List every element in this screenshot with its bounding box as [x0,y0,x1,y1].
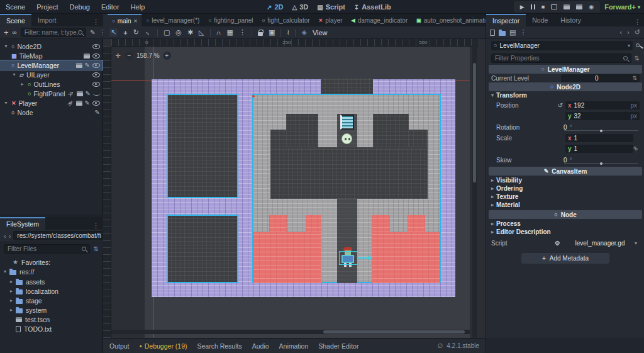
nav-forward-icon[interactable]: › [9,232,11,240]
resource-menu-icon[interactable]: ⋮ [519,28,526,36]
fs-row-testtscn[interactable]: test.tscn [0,315,103,324]
view-menu-button[interactable]: View [313,29,328,36]
tab-history[interactable]: History [554,14,587,26]
load-resource-icon[interactable] [499,31,506,36]
add-metadata-button[interactable]: + Add Metadata [521,253,609,264]
bottom-tab-animation[interactable]: Animation [279,342,309,350]
category-node[interactable]: ○ Node [489,210,642,219]
fs-row-res[interactable]: ▾ res:// [0,267,103,276]
section-visibility[interactable]: ▸ Visibility [486,176,644,184]
horizontal-scrollbar[interactable] [111,330,470,334]
tree-row-tilemap[interactable]: ▦ TileMap [0,51,103,60]
property-options-icon[interactable]: ⇅ [635,55,640,62]
section-texture[interactable]: ▸ Texture [486,193,644,201]
fs-row-todotxt[interactable]: TODO.txt [0,324,103,333]
grid-snap-icon[interactable]: ▦ [226,28,233,36]
stop-button[interactable]: ■ [541,4,545,10]
smart-snap-icon[interactable]: ∩ [216,29,221,36]
filter-properties-input[interactable]: Filter Properties [491,53,631,63]
nav-back-icon[interactable]: ‹ [4,232,6,240]
zoom-out-button[interactable]: − [125,52,133,60]
zoom-in-button[interactable]: + [163,52,171,60]
save-resource-icon[interactable]: ▤ [509,28,516,36]
fs-row-favorites[interactable]: ★ Favorites: [0,257,103,267]
script-icon[interactable]: ✎ [85,62,90,69]
expand-arrow-icon[interactable]: ▸ [10,298,13,303]
canvas-viewport[interactable]: 0 250 500 [103,39,486,338]
pin-key-icon[interactable] [636,43,640,47]
player-sprite[interactable] [339,247,357,267]
scene-tab-auto-oneshot-animation[interactable]: ▣auto_oneshot_animation [412,14,497,26]
fs-row-stage[interactable]: ▸ stage [0,296,103,305]
script-icon[interactable]: ✎ [85,99,90,106]
tree-row-outlines[interactable]: ▸ ○ OutLines [0,79,103,89]
tab-scene[interactable]: Scene [0,14,31,26]
pause-button[interactable] [531,4,535,9]
horizontal-scroll-thumb[interactable] [323,330,465,333]
scale-y-field[interactable]: y 1 [565,145,633,153]
play-scene-button[interactable] [564,4,570,9]
scene-tab-player[interactable]: ✕player [314,14,347,26]
tab-inspector[interactable]: Inspector [486,14,526,26]
expand-arrow-icon[interactable]: ▸ [10,307,13,313]
category-node2d[interactable]: ○ Node2D [489,82,642,91]
play-custom-scene-button[interactable] [576,4,582,9]
bottom-tab-shader-editor[interactable]: Shader Editor [318,342,358,350]
visibility-eye-icon[interactable] [92,101,100,106]
script-field[interactable]: level_manager.gd ▾ [565,239,640,247]
section-process[interactable]: ▸ Process [486,220,644,228]
collapse-arrow-icon[interactable]: ▾ [11,72,17,77]
workspace-2d[interactable]: ↗2D [267,3,283,11]
position-y-field[interactable]: y 32 px [565,112,640,120]
renderer-select[interactable]: Forward+▾ [604,0,640,14]
add-node-button[interactable]: + [4,28,9,37]
inspector-menu-icon[interactable]: ⋮ [631,18,644,26]
node-selector[interactable]: ○ LevelManager ▾ [491,41,633,50]
category-canvasitem[interactable]: ✎ CanvasItem [489,167,642,176]
instance-scene-icon[interactable]: ∞ [13,29,17,36]
current-path-field[interactable]: res://system/classes/combat/fi [13,231,104,240]
zoom-level[interactable]: 158.7 % [136,52,160,59]
revert-icon[interactable]: ↺ [558,102,563,109]
tree-row-levelmanager[interactable]: ○ LevelManager ✎ [0,60,103,70]
gear-icon[interactable]: ⚙ [555,240,560,247]
workspace-3d[interactable]: △3D [292,3,308,11]
visibility-eye-icon[interactable] [92,72,100,77]
selection-arrow[interactable] [358,257,369,259]
remote-debug-icon[interactable] [551,4,557,9]
current-level-field[interactable]: 0 ⇅ [561,74,640,82]
select-tool[interactable]: ↖ [109,28,118,36]
rotate-tool[interactable]: ↻ [133,28,139,36]
close-icon[interactable]: × [134,18,138,25]
skew-slider[interactable] [564,163,638,164]
scale-x-field[interactable]: x 1 [565,134,633,142]
fs-row-localization[interactable]: ▸ localization [0,286,103,296]
sort-files-icon[interactable]: ⇅ [94,245,99,252]
rotation-slider[interactable] [564,130,638,131]
section-ordering[interactable]: ▸ Ordering [486,184,644,193]
spinner-icon[interactable]: ⇅ [632,75,637,81]
visibility-eye-icon[interactable] [92,44,100,49]
canvas-area[interactable]: ✛ − 158.7 % + [111,47,470,338]
menu-help[interactable]: Help [125,3,151,11]
move-tool[interactable]: + [123,29,127,36]
onion-skin-icon[interactable]: ◈ [301,28,306,36]
workspace-script[interactable]: ▤Script [317,3,345,11]
scene-tab-fighting-panel[interactable]: ○fighting_panel [204,14,257,26]
visibility-eye-icon[interactable] [92,82,100,87]
scene-tab-damage-indicator[interactable]: ◀damage_indicator [347,14,413,26]
filesystem-menu-icon[interactable]: ⋮ [89,221,103,230]
tab-filesystem[interactable]: FileSystem [0,217,45,230]
play-button[interactable]: ▶ [520,4,525,10]
visibility-eye-icon[interactable] [92,63,100,68]
list-select-tool[interactable]: ▢ [164,28,170,36]
tree-row-uilayer[interactable]: ▾ ▱ UILayer [0,70,103,79]
pivot-tool[interactable]: ◎ [175,28,182,36]
scene-tab-fight-calculator[interactable]: ○fight_calculator [258,14,314,26]
expand-arrow-icon[interactable]: ▸ [10,279,13,284]
group-icon[interactable] [76,101,82,106]
fs-row-assets[interactable]: ▸ assets [0,277,103,286]
workspace-assetlib[interactable]: ↧AssetLib [354,3,391,11]
visibility-hidden-icon[interactable] [93,92,100,96]
category-levelmanager[interactable]: ○ LevelManager [489,65,642,74]
